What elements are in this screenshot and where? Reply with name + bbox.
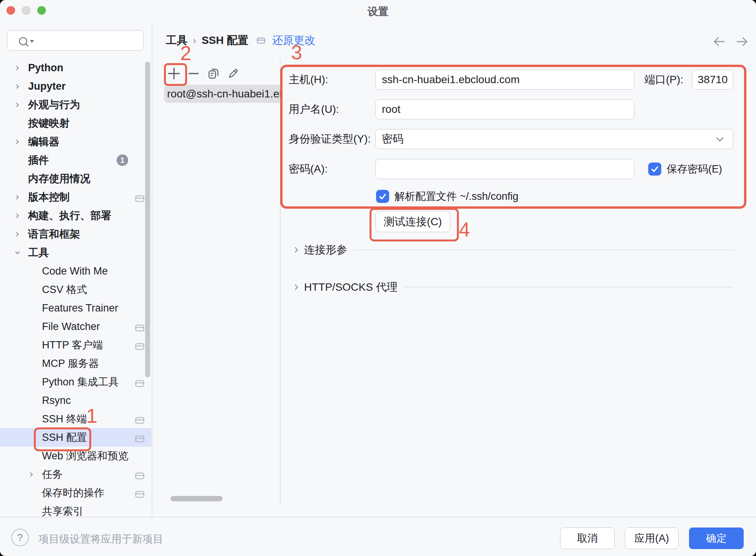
checkmark-icon	[378, 191, 388, 201]
help-button[interactable]: ?	[11, 529, 29, 546]
auth-type-label: 身份验证类型(Y):	[289, 129, 371, 149]
list-item-label: root@ssh-cn-huabei1.eb	[167, 88, 281, 100]
ssh-config-list-item[interactable]: root@ssh-cn-huabei1.eb	[164, 85, 281, 103]
save-password-label[interactable]: 保存密码(E)	[667, 162, 722, 176]
chevron-right-icon[interactable]	[14, 102, 20, 108]
password-input[interactable]	[375, 159, 634, 179]
sidebar-item[interactable]: Python	[0, 59, 151, 77]
cancel-button[interactable]: 取消	[560, 528, 615, 549]
back-arrow-icon[interactable]	[711, 35, 727, 49]
sidebar-item[interactable]: SSH 配置	[0, 428, 151, 447]
section-label: HTTP/SOCKS 代理	[304, 280, 398, 295]
sidebar-item[interactable]: HTTP 客户端	[0, 336, 151, 354]
list-horizontal-scrollbar[interactable]	[171, 496, 222, 501]
forward-arrow-icon[interactable]	[734, 35, 750, 49]
chevron-right-icon[interactable]	[14, 194, 20, 200]
sidebar-item[interactable]: 任务	[0, 465, 151, 484]
sidebar-item[interactable]: 版本控制	[0, 188, 151, 206]
sidebar-item[interactable]: 语言和框架	[0, 225, 151, 243]
sidebar-item-label: Features Trainer	[42, 302, 118, 314]
search-icon	[17, 37, 37, 48]
sidebar-divider	[152, 22, 152, 517]
copy-config-button[interactable]	[206, 67, 220, 80]
sidebar-item[interactable]: File Watcher	[0, 317, 151, 336]
section-http-socks-proxy[interactable]: HTTP/SOCKS 代理	[293, 280, 733, 295]
sidebar-item-label: SSH 终端	[42, 412, 87, 426]
auth-type-select[interactable]: 密码	[375, 129, 733, 149]
project-settings-icon	[135, 471, 144, 482]
settings-tree: PythonJupyter外观与行为按键映射编辑器插件1内存使用情况版本控制构建…	[0, 59, 151, 517]
chevron-right-icon[interactable]	[28, 472, 34, 477]
settings-search-input[interactable]	[7, 30, 144, 51]
chevron-right-icon[interactable]	[14, 84, 20, 89]
sidebar-item-label: 语言和框架	[28, 227, 80, 241]
chevron-right-icon[interactable]	[14, 231, 20, 237]
save-password-checkbox[interactable]	[648, 162, 661, 176]
sidebar-item[interactable]: 工具	[0, 243, 151, 262]
sidebar-item[interactable]: Rsync	[0, 391, 151, 410]
checkmark-icon	[650, 164, 660, 174]
project-settings-icon	[135, 415, 144, 427]
host-label: 主机(H):	[289, 69, 328, 90]
chevron-down-icon[interactable]	[14, 250, 20, 256]
ssh-config-toolbar	[167, 67, 240, 80]
sidebar-item[interactable]: 保存时的操作	[0, 484, 151, 502]
test-connection-label: 测试连接(C)	[384, 214, 442, 229]
cancel-label: 取消	[577, 531, 598, 545]
apply-button[interactable]: 应用(A)	[625, 528, 679, 549]
minus-icon	[187, 67, 201, 80]
project-settings-icon	[135, 489, 144, 501]
sidebar-item[interactable]: 构建、执行、部署	[0, 206, 151, 225]
chevron-right-icon[interactable]	[14, 65, 20, 71]
project-settings-icon	[135, 341, 144, 353]
edit-config-button[interactable]	[226, 67, 240, 80]
sidebar-item-label: Python 集成工具	[42, 375, 119, 389]
project-settings-icon	[135, 193, 144, 205]
sidebar-item[interactable]: MCP 服务器	[0, 354, 151, 373]
sidebar-item-label: SSH 配置	[42, 430, 87, 444]
host-input[interactable]	[375, 70, 634, 90]
plugins-count-badge: 1	[117, 154, 128, 166]
sidebar-item[interactable]: CSV 格式	[0, 280, 151, 299]
footer-divider	[0, 517, 756, 517]
apply-label: 应用(A)	[634, 531, 669, 545]
parse-config-label[interactable]: 解析配置文件 ~/.ssh/config	[395, 190, 518, 203]
sidebar-item[interactable]: 编辑器	[0, 132, 151, 151]
breadcrumb-parent[interactable]: 工具	[166, 33, 187, 48]
sidebar-item-label: HTTP 客户端	[42, 338, 103, 352]
sidebar-item[interactable]: Python 集成工具	[0, 373, 151, 391]
sidebar-item[interactable]: 外观与行为	[0, 95, 151, 114]
add-config-button[interactable]	[167, 67, 181, 80]
breadcrumb-separator-icon: ›	[193, 35, 196, 47]
breadcrumb-current: SSH 配置	[202, 33, 248, 48]
sidebar-item-label: 保存时的操作	[42, 486, 104, 500]
remove-config-button[interactable]	[187, 67, 201, 80]
username-label: 用户名(U):	[289, 99, 339, 120]
sidebar-item[interactable]: Web 浏览器和预览	[0, 447, 151, 465]
sidebar-item[interactable]: 插件1	[0, 151, 151, 169]
username-input[interactable]	[375, 99, 634, 119]
chevron-right-icon[interactable]	[14, 213, 20, 219]
test-connection-button[interactable]: 测试连接(C)	[375, 211, 450, 232]
parse-config-checkbox[interactable]	[376, 190, 389, 203]
plus-icon	[167, 67, 181, 80]
project-settings-icon	[135, 323, 144, 335]
window-title: 设置	[0, 5, 756, 18]
sidebar-item[interactable]: Jupyter	[0, 77, 151, 95]
chevron-right-icon[interactable]	[14, 139, 20, 145]
sidebar-item[interactable]: 共享索引	[0, 502, 151, 517]
section-connection-params[interactable]: 连接形参	[293, 243, 733, 257]
sidebar-scrollbar[interactable]	[145, 62, 150, 377]
sidebar-item[interactable]: 内存使用情况	[0, 169, 151, 188]
sidebar-item[interactable]: 按键映射	[0, 114, 151, 132]
sidebar-item[interactable]: Code With Me	[0, 262, 151, 280]
sidebar-item-label: 编辑器	[28, 135, 59, 149]
revert-changes-link[interactable]: 还原更改	[272, 33, 315, 48]
sidebar-item[interactable]: SSH 终端	[0, 410, 151, 428]
section-label: 连接形参	[304, 243, 347, 257]
ok-button[interactable]: 确定	[689, 528, 744, 549]
sidebar-item-label: Rsync	[42, 395, 71, 407]
port-input[interactable]	[692, 70, 733, 90]
sidebar-item-label: 版本控制	[28, 190, 70, 204]
sidebar-item[interactable]: Features Trainer	[0, 299, 151, 317]
